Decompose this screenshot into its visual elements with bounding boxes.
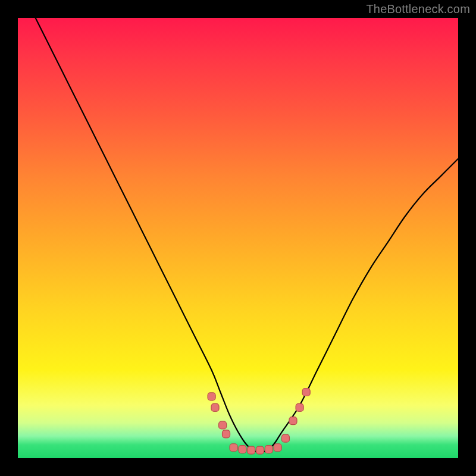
watermark-text: TheBottleneck.com	[366, 2, 470, 16]
curve-marker	[274, 444, 281, 452]
curve-marker	[211, 403, 219, 411]
curve-marker	[289, 417, 297, 425]
curve-marker	[256, 446, 264, 454]
curve-marker	[265, 446, 273, 453]
curve-marker	[296, 403, 303, 411]
plot-area	[18, 18, 458, 458]
chart-svg	[18, 18, 458, 458]
chart-frame: TheBottleneck.com	[0, 0, 476, 476]
curve-marker	[302, 389, 310, 396]
curve-marker	[230, 444, 237, 452]
curve-marker	[208, 393, 215, 400]
curve-marker	[239, 446, 246, 453]
curve-marker	[223, 430, 230, 438]
curve-marker	[281, 434, 289, 442]
curve-marker	[248, 446, 255, 454]
curve-marker	[219, 421, 227, 429]
main-curve	[36, 18, 458, 452]
